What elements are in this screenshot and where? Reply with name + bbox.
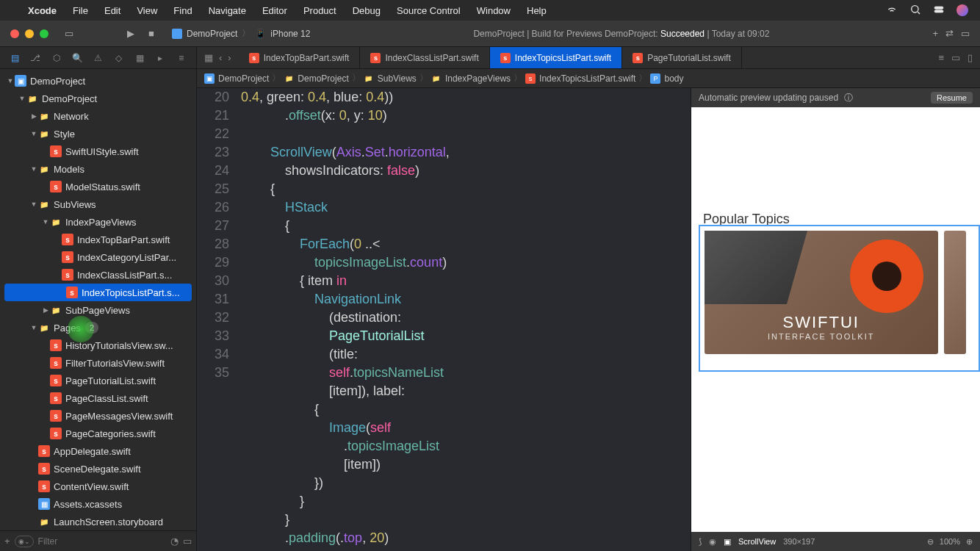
tree-item-label: Style: [54, 129, 75, 140]
issue-navigator-tab[interactable]: ⚠: [89, 53, 107, 63]
menu-debug[interactable]: Debug: [353, 5, 381, 16]
scm-filter-button[interactable]: ▭: [183, 536, 192, 547]
jump-bar[interactable]: ▣DemoProject〉📁DemoProject〉📁SubViews〉📁Ind…: [197, 69, 980, 88]
tree-item[interactable]: sPageClassList.swift: [0, 389, 196, 407]
close-window-button[interactable]: [10, 29, 19, 38]
breakpoint-navigator-tab[interactable]: ▸: [151, 53, 169, 63]
tree-item[interactable]: ▼▣DemoProject: [0, 72, 196, 90]
source-editor[interactable]: 20212223242526272829303132333435 0.4, gr…: [197, 88, 691, 551]
forward-button[interactable]: ›: [228, 52, 231, 63]
test-navigator-tab[interactable]: ◇: [110, 53, 128, 63]
run-button[interactable]: ▶: [120, 24, 141, 44]
tree-item[interactable]: sHistoryTutorialsView.sw...: [0, 336, 196, 354]
tree-item[interactable]: ▼📁Style: [0, 125, 196, 143]
tree-item[interactable]: sPageTutorialList.swift: [0, 372, 196, 389]
tree-item[interactable]: sPageCategories.swift: [0, 425, 196, 442]
tree-item[interactable]: sIndexClassListPart.s...: [0, 266, 196, 284]
zoom-window-button[interactable]: [40, 29, 48, 38]
back-button[interactable]: ‹: [219, 52, 222, 63]
zoom-in-button[interactable]: ⊕: [966, 537, 973, 547]
filter-input[interactable]: [38, 536, 166, 547]
preview-live-button[interactable]: ◉: [709, 537, 716, 547]
breadcrumb-item[interactable]: IndexTopicsListPart.swift: [539, 73, 635, 84]
add-button[interactable]: +: [932, 28, 938, 39]
tree-item[interactable]: sFilterTutorialsView.swift: [0, 354, 196, 372]
menu-navigate[interactable]: Navigate: [209, 5, 246, 16]
editor-tab[interactable]: sPageTutorialList.swift: [622, 47, 742, 68]
tree-item[interactable]: ▶📁SubPageViews: [0, 301, 196, 319]
tree-item[interactable]: ▼📁Pages2: [0, 319, 196, 336]
code-review-button[interactable]: ⇄: [945, 28, 954, 39]
tree-item[interactable]: sIndexCategoryListPar...: [0, 248, 196, 266]
menu-source-control[interactable]: Source Control: [397, 5, 461, 16]
info-icon[interactable]: ⓘ: [844, 92, 853, 104]
spotlight-icon[interactable]: [909, 4, 921, 18]
scheme-selector[interactable]: DemoProject 〉 📱 iPhone 12: [172, 27, 310, 40]
tree-item[interactable]: sIndexTopicsListPart.s...: [4, 284, 192, 301]
filter-scope-button[interactable]: ◉⌄: [15, 536, 34, 547]
tree-item[interactable]: sPageMessagesView.swift: [0, 407, 196, 425]
stop-button[interactable]: ■: [141, 24, 162, 44]
project-navigator-tab[interactable]: ▤: [6, 53, 24, 63]
tree-item-label: DemoProject: [42, 93, 97, 104]
symbol-navigator-tab[interactable]: ⬡: [48, 53, 65, 63]
source-text[interactable]: 0.4, green: 0.4, blue: 0.4)) .offset(x: …: [241, 88, 691, 551]
menu-file[interactable]: File: [73, 5, 88, 16]
tree-item[interactable]: sAppDelegate.swift: [0, 442, 196, 460]
tree-item[interactable]: ▼📁IndexPageViews: [0, 213, 196, 231]
resume-button[interactable]: Resume: [931, 92, 973, 104]
adjust-editor-button[interactable]: ▭: [951, 52, 960, 63]
preview-canvas[interactable]: Popular Topics SWIFTUI INTERFACE TOOLKIT: [691, 107, 980, 532]
navigator-tabs: ▤ ⎇ ⬡ 🔍 ⚠ ◇ ▦ ▸ ≡: [0, 47, 196, 69]
breadcrumb-item[interactable]: IndexPageViews: [445, 73, 511, 84]
pin-icon[interactable]: ⟆: [699, 537, 702, 547]
tree-item[interactable]: sSceneDelegate.swift: [0, 460, 196, 478]
zoom-out-button[interactable]: ⊖: [927, 537, 934, 547]
tree-item[interactable]: ▶📁Network: [0, 107, 196, 125]
tree-item[interactable]: ▼📁Models: [0, 160, 196, 178]
control-center-icon[interactable]: [933, 4, 945, 18]
app-menu[interactable]: Xcode: [28, 5, 57, 16]
breadcrumb-item[interactable]: body: [664, 73, 683, 84]
project-tree[interactable]: ▼▣DemoProject▼📁DemoProject▶📁Network▼📁Sty…: [0, 69, 196, 530]
menu-help[interactable]: Help: [527, 5, 547, 16]
menu-window[interactable]: Window: [477, 5, 511, 16]
tree-item[interactable]: 📁LaunchScreen.storyboard: [0, 513, 196, 530]
editor-tab[interactable]: sIndexClassListPart.swift: [360, 47, 489, 68]
debug-navigator-tab[interactable]: ▦: [131, 53, 148, 63]
minimize-window-button[interactable]: [25, 29, 34, 38]
source-control-navigator-tab[interactable]: ⎇: [26, 53, 44, 63]
editor-tab-bar: ▦ ‹ › sIndexTopBarPart.swiftsIndexClassL…: [197, 47, 980, 69]
editor-tab[interactable]: sIndexTopBarPart.swift: [239, 47, 361, 68]
toggle-inspector-button[interactable]: ▭: [961, 28, 970, 39]
find-navigator-tab[interactable]: 🔍: [68, 53, 86, 63]
tree-item[interactable]: sSwiftUIStyle.swift: [0, 143, 196, 160]
recent-filter-button[interactable]: ◔: [170, 536, 179, 547]
menu-edit[interactable]: Edit: [104, 5, 120, 16]
menu-find[interactable]: Find: [173, 5, 192, 16]
related-items-button[interactable]: ▦: [204, 52, 213, 63]
wifi-icon[interactable]: [886, 4, 898, 18]
tree-item[interactable]: sContentView.swift: [0, 478, 196, 495]
breadcrumb-item[interactable]: DemoProject: [218, 73, 269, 84]
tree-item[interactable]: ▦Assets.xcassets: [0, 495, 196, 513]
tree-item[interactable]: ▼📁SubViews: [0, 195, 196, 213]
breadcrumb-item[interactable]: SubViews: [378, 73, 417, 84]
tree-item-label: DemoProject: [30, 76, 85, 87]
report-navigator-tab[interactable]: ≡: [173, 53, 190, 63]
menu-editor[interactable]: Editor: [262, 5, 287, 16]
preview-canvas-area: Automatic preview updating paused ⓘ Resu…: [691, 88, 980, 551]
user-icon[interactable]: [956, 4, 968, 16]
menu-view[interactable]: View: [137, 5, 157, 16]
add-file-button[interactable]: +: [4, 536, 10, 547]
minimap-button[interactable]: ≡: [938, 52, 944, 63]
tree-item-label: Network: [54, 111, 89, 122]
breadcrumb-item[interactable]: DemoProject: [298, 73, 348, 84]
toggle-navigator-button[interactable]: ▭: [59, 24, 79, 44]
tree-item[interactable]: sIndexTopBarPart.swift: [0, 231, 196, 248]
tree-item[interactable]: sModelStatus.swift: [0, 178, 196, 195]
menu-product[interactable]: Product: [303, 5, 336, 16]
add-editor-button[interactable]: ▯: [968, 52, 973, 63]
tree-item[interactable]: ▼📁DemoProject: [0, 90, 196, 107]
editor-tab[interactable]: sIndexTopicsListPart.swift: [490, 47, 622, 68]
